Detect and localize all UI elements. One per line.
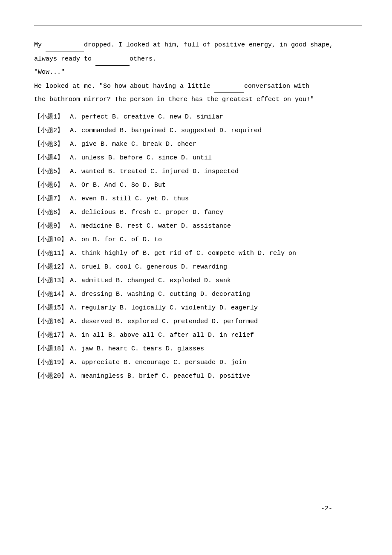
question-label-11: 【小题11】 [34, 247, 68, 260]
question-options-6: A. Or B. And C. So D. But [70, 179, 362, 192]
top-divider [34, 26, 362, 26]
question-options-8: A. delicious B. fresh C. proper D. fancy [70, 206, 362, 219]
question-label-13: 【小题13】 [34, 275, 68, 287]
question-label-9: 【小题9】 [34, 220, 68, 233]
question-label-1: 【小题1】 [34, 111, 68, 124]
passage-line2: always ready to others. [34, 52, 362, 66]
question-row-19: 【小题19】A. appreciate B. encourage C. pers… [34, 356, 362, 369]
question-options-20: A. meaningless B. brief C. peaceful D. p… [70, 370, 362, 383]
question-label-14: 【小题14】 [34, 288, 68, 301]
blank-1 [46, 38, 84, 52]
question-row-3: 【小题3】A. give B. make C. break D. cheer [34, 138, 362, 151]
question-row-5: 【小题5】A. wanted B. treated C. injured D. … [34, 165, 362, 178]
question-options-4: A. unless B. before C. since D. until [70, 152, 362, 165]
question-label-4: 【小题4】 [34, 152, 68, 165]
question-label-10: 【小题10】 [34, 234, 68, 246]
question-row-16: 【小题16】A. deserved B. explored C. pretend… [34, 315, 362, 328]
question-row-17: 【小题17】A. in all B. above all C. after al… [34, 329, 362, 342]
question-row-10: 【小题10】A. on B. for C. of D. to [34, 234, 362, 246]
question-options-10: A. on B. for C. of D. to [70, 234, 362, 246]
question-row-11: 【小题11】A. think highly of B. get rid of C… [34, 247, 362, 260]
question-options-19: A. appreciate B. encourage C. persuade D… [70, 356, 362, 369]
blank-2 [95, 52, 130, 66]
question-options-7: A. even B. still C. yet D. thus [70, 193, 362, 205]
question-label-7: 【小题7】 [34, 193, 68, 205]
question-row-12: 【小题12】A. cruel B. cool C. generous D. re… [34, 261, 362, 274]
question-options-3: A. give B. make C. break D. cheer [70, 138, 362, 151]
questions-section: 【小题1】A. perfect B. creative C. new D. si… [34, 111, 362, 383]
question-row-4: 【小题4】A. unless B. before C. since D. unt… [34, 152, 362, 165]
passage-line1: My dropped. I looked at him, full of pos… [34, 38, 362, 52]
passage-line5: the bathroom mirror? The person in there… [34, 93, 362, 107]
question-options-16: A. deserved B. explored C. pretended D. … [70, 315, 362, 328]
question-options-11: A. think highly of B. get rid of C. comp… [70, 247, 362, 260]
question-label-15: 【小题15】 [34, 302, 68, 315]
question-row-15: 【小题15】A. regularly B. logically C. viole… [34, 302, 362, 315]
question-label-6: 【小题6】 [34, 179, 68, 192]
question-label-3: 【小题3】 [34, 138, 68, 151]
question-label-16: 【小题16】 [34, 315, 68, 328]
question-row-8: 【小题8】A. delicious B. fresh C. proper D. … [34, 206, 362, 219]
question-label-5: 【小题5】 [34, 165, 68, 178]
blank-3 [214, 79, 244, 93]
question-label-2: 【小题2】 [34, 124, 68, 137]
question-row-18: 【小题18】A. jaw B. heart C. tears D. glasse… [34, 343, 362, 356]
passage-line4: He looked at me. "So how about having a … [34, 79, 362, 93]
question-options-18: A. jaw B. heart C. tears D. glasses [70, 343, 362, 356]
question-label-12: 【小题12】 [34, 261, 68, 274]
question-options-13: A. admitted B. changed C. exploded D. sa… [70, 275, 362, 287]
question-options-15: A. regularly B. logically C. violently D… [70, 302, 362, 315]
question-row-14: 【小题14】A. dressing B. washing C. cutting … [34, 288, 362, 301]
question-options-17: A. in all B. above all C. after all D. i… [70, 329, 362, 342]
question-label-20: 【小题20】 [34, 370, 68, 383]
question-options-12: A. cruel B. cool C. generous D. rewardin… [70, 261, 362, 274]
question-label-17: 【小题17】 [34, 329, 68, 342]
question-options-9: A. medicine B. rest C. water D. assistan… [70, 220, 362, 233]
question-options-5: A. wanted B. treated C. injured D. inspe… [70, 165, 362, 178]
question-label-19: 【小题19】 [34, 356, 68, 369]
question-row-9: 【小题9】A. medicine B. rest C. water D. ass… [34, 220, 362, 233]
passage-text: My dropped. I looked at him, full of pos… [34, 38, 362, 107]
question-label-8: 【小题8】 [34, 206, 68, 219]
question-row-13: 【小题13】A. admitted B. changed C. exploded… [34, 275, 362, 287]
question-row-2: 【小题2】A. commanded B. bargained C. sugges… [34, 124, 362, 137]
question-row-1: 【小题1】A. perfect B. creative C. new D. si… [34, 111, 362, 124]
question-row-20: 【小题20】A. meaningless B. brief C. peacefu… [34, 370, 362, 383]
passage-line3: "Wow..." [34, 66, 362, 79]
question-row-7: 【小题7】A. even B. still C. yet D. thus [34, 193, 362, 205]
page-number: -2- [321, 505, 332, 512]
question-label-18: 【小题18】 [34, 343, 68, 356]
question-options-14: A. dressing B. washing C. cutting D. dec… [70, 288, 362, 301]
question-options-2: A. commanded B. bargained C. suggested D… [70, 124, 362, 137]
question-options-1: A. perfect B. creative C. new D. similar [70, 111, 362, 124]
question-row-6: 【小题6】A. Or B. And C. So D. But [34, 179, 362, 192]
